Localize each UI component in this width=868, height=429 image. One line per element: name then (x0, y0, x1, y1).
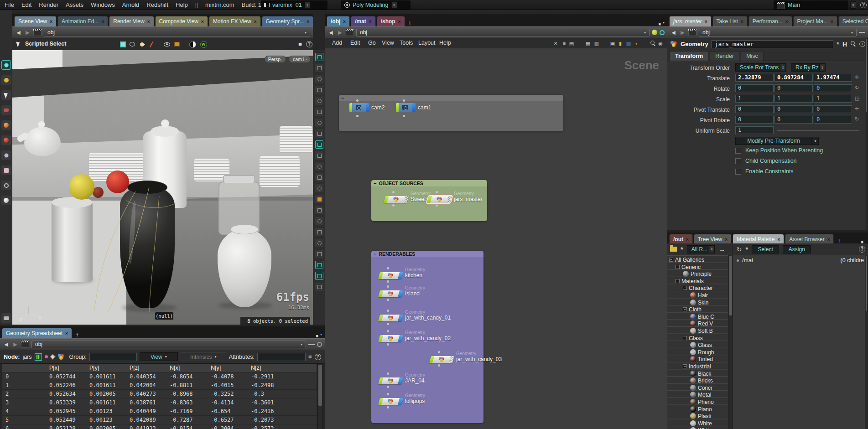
uniform-scale-slider[interactable] (777, 130, 859, 131)
tree-item-soft-fabric[interactable]: Soft B (667, 327, 728, 334)
tree-item-white-2[interactable]: White (667, 427, 728, 429)
node-jar-with-candy-02[interactable] (378, 335, 403, 342)
strip-icon[interactable] (315, 129, 323, 138)
collapse-icon[interactable]: − (669, 258, 673, 262)
display-flag[interactable] (366, 103, 369, 112)
hand-tool-icon[interactable] (1, 165, 11, 175)
select-button[interactable]: Select (752, 245, 779, 253)
wrangle-w-icon[interactable]: W (199, 40, 208, 48)
tree-item-white[interactable]: White (667, 420, 728, 427)
grid-icon[interactable]: ▦ (584, 40, 592, 47)
tab-selected-objects[interactable]: Selected O...× (838, 16, 868, 26)
strip-icon[interactable] (315, 272, 323, 280)
strip-icon[interactable] (315, 140, 323, 149)
tree-item-cloth[interactable]: −Cloth (667, 306, 728, 313)
forward-icon[interactable]: ▶ (12, 341, 19, 347)
pivot-rotate-z-field[interactable]: 0 (814, 116, 852, 124)
tab-out-context[interactable]: /out× (669, 234, 693, 244)
tree-icon[interactable]: ≡ (561, 40, 568, 47)
tab-performance[interactable]: Performan...× (748, 16, 792, 26)
tab-shop-context[interactable]: /shop× (377, 16, 405, 26)
assign-button[interactable]: Assign (783, 245, 811, 253)
main-takes-selector[interactable]: Main (774, 0, 848, 10)
menubar-help-icon[interactable]: ? (860, 2, 867, 8)
collapse-icon[interactable]: − (676, 279, 680, 283)
tab-asset-browser[interactable]: Asset Browser× (785, 234, 834, 244)
table-row[interactable]: 10.0522460.0016110.042004-0.8811-0.4015-… (2, 381, 317, 390)
chevron-down-icon[interactable]: ▾ (851, 31, 853, 35)
tree-item-metal[interactable]: Metal (667, 391, 728, 398)
gallery-filter-dropdown[interactable]: All R...⇕ (687, 245, 715, 253)
col-header[interactable]: P[x] (46, 364, 86, 372)
back-icon[interactable]: ◀ (3, 341, 10, 347)
image-icon[interactable]: ▨ (625, 40, 632, 47)
list-icon[interactable]: ▤ (568, 40, 575, 47)
tab-scene-view[interactable]: Scene View× (14, 16, 57, 26)
pen-select-icon[interactable] (147, 40, 156, 48)
pivot-rotate-y-field[interactable]: 0 (774, 116, 813, 124)
shelfset-selector[interactable]: Poly Modeling ⇕ (341, 0, 411, 10)
close-icon[interactable]: × (827, 237, 830, 242)
rig-tool-icon[interactable] (1, 150, 11, 160)
tab-misc[interactable]: Misc (741, 51, 764, 61)
tab-render[interactable]: Render (710, 51, 739, 61)
close-icon[interactable]: × (369, 19, 372, 24)
gear-icon[interactable]: * (681, 245, 683, 253)
close-icon[interactable]: × (705, 19, 707, 24)
intrinsics-dropdown[interactable]: Intrinsics▾ (181, 352, 226, 361)
minimize-icon[interactable]: − (374, 181, 376, 186)
close-icon[interactable]: × (777, 237, 780, 242)
pin-icon[interactable] (308, 344, 315, 345)
node-lollipops[interactable] (378, 398, 403, 405)
chevron-down-icon[interactable]: ▾ (320, 332, 322, 336)
camera-netbox[interactable]: − (339, 95, 563, 131)
param-scrollbar[interactable] (865, 38, 868, 230)
pane-menu-icon[interactable]: ■ (314, 334, 320, 338)
menu-file[interactable]: File (5, 1, 14, 8)
tree-item-materials[interactable]: −Materials (667, 278, 728, 284)
forward-icon[interactable]: ▶ (679, 30, 686, 36)
network-canvas[interactable]: Scene − cam2 cam1 − OBJECT SOURCES Geome… (325, 48, 667, 429)
table-row[interactable]: 60.0521390.0020050.041923-0.9154-0.3094-… (2, 424, 317, 429)
overview-dot-icon[interactable]: ◉ (657, 40, 664, 47)
tab-take-list[interactable]: Take List× (712, 16, 748, 26)
note-dot-icon[interactable] (652, 30, 657, 35)
node-name[interactable]: jars (22, 354, 31, 360)
pivot-translate-z-field[interactable]: 0 (814, 105, 852, 113)
pivot-rotate-x-field[interactable]: 0 (735, 116, 774, 124)
houdini-logo-icon[interactable]: H (842, 41, 847, 48)
scale-handle-icon[interactable]: ◳ (855, 95, 859, 101)
tree-scrollbar[interactable] (728, 255, 733, 429)
table-row[interactable]: 00.0527440.0016110.040354-0.8654-0.4078-… (2, 372, 317, 381)
view-dropdown[interactable]: View▾ (140, 352, 178, 361)
close-icon[interactable]: × (398, 19, 401, 24)
search-icon[interactable] (649, 40, 656, 47)
col-header[interactable]: N[x] (166, 364, 207, 372)
snapshot-icon[interactable] (173, 40, 181, 48)
viewport-3d[interactable]: Persp cam1 61fps 16.32ms (null) 8 object… (12, 50, 313, 325)
netbox-header[interactable]: − (339, 95, 563, 101)
menu-windows[interactable]: Windows (91, 1, 115, 8)
strip-icon[interactable] (315, 228, 323, 236)
brush-select-icon[interactable] (138, 40, 146, 48)
close-icon[interactable]: × (741, 19, 743, 24)
points-mode-icon[interactable] (35, 353, 42, 361)
tab-material-palette[interactable]: Material Palette× (733, 234, 784, 244)
box-select-icon[interactable] (119, 40, 127, 48)
close-icon[interactable]: × (201, 19, 204, 24)
view-tool-icon[interactable] (315, 53, 323, 61)
strip-icon[interactable] (315, 206, 323, 214)
camera-pill[interactable]: cam1 (289, 56, 311, 63)
strip-icon[interactable] (315, 108, 323, 116)
strip-icon[interactable] (315, 261, 323, 269)
tab-jars-master[interactable]: jars_master× (669, 16, 712, 26)
chevron-down-icon[interactable]: ▾ (644, 31, 646, 35)
collapse-icon[interactable]: − (683, 307, 687, 311)
menu-go[interactable]: Go (368, 40, 376, 46)
strip-icon[interactable] (315, 86, 323, 94)
tree-item-generic[interactable]: −Generic (667, 264, 728, 270)
table-scrollbar[interactable] (317, 364, 323, 429)
transform-order-dropdown[interactable]: Scale Rot Trans⇕ (735, 63, 786, 72)
tree-item-glass-group[interactable]: −Glass (667, 335, 728, 341)
tab-motion-fx-view[interactable]: Motion FX View× (209, 16, 261, 26)
